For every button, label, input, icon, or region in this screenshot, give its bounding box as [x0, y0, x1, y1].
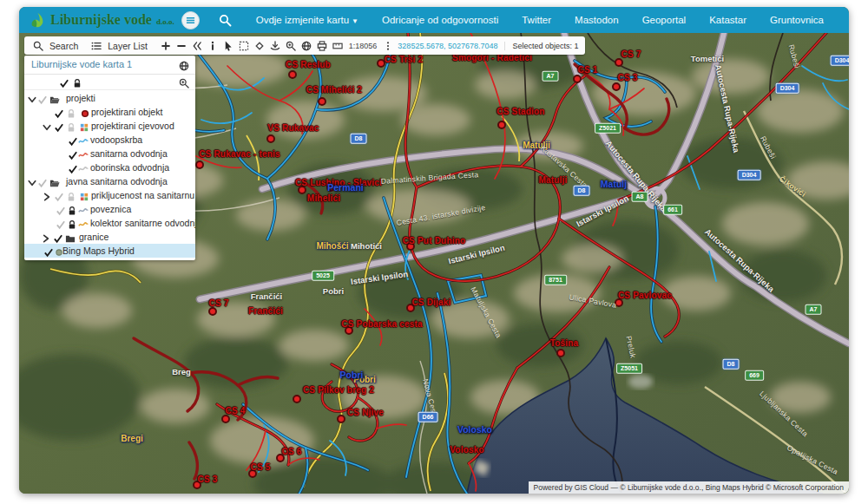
nav-item-3[interactable]: Twitter [522, 15, 551, 25]
station-point-marker[interactable] [612, 82, 621, 91]
diamond-icon[interactable] [252, 38, 267, 53]
nav-item-7[interactable]: Gruntovnica [770, 15, 824, 25]
zoom-box-icon[interactable] [283, 38, 299, 53]
check-icon[interactable] [54, 107, 64, 117]
lock-muted-icon[interactable] [66, 107, 76, 117]
brand-suffix: d.o.o. [156, 17, 174, 26]
lock-muted-icon[interactable] [66, 190, 76, 200]
map-label-cs: Volosko [450, 445, 484, 455]
station-point-marker[interactable] [293, 395, 301, 403]
station-point-marker[interactable] [266, 134, 275, 143]
layer-row[interactable]: prikljucenost na sanitarnu odvodnju [24, 188, 195, 202]
zoom-to-layer-icon[interactable] [179, 76, 189, 87]
brand[interactable]: Liburnijske vode d.o.o. [30, 12, 174, 29]
station-point-marker[interactable] [337, 415, 345, 423]
station-point-marker[interactable] [615, 58, 623, 67]
station-point-marker[interactable] [298, 186, 306, 194]
check-icon[interactable] [68, 162, 78, 173]
map-label: Tometići [691, 54, 724, 63]
selected-objects-badge: Selected objects: 1 [504, 42, 578, 50]
chevron-right-icon[interactable] [41, 232, 51, 242]
folder-icon[interactable] [65, 232, 76, 242]
station-point-marker[interactable] [221, 415, 230, 423]
globe-icon[interactable] [179, 59, 189, 69]
chevron-down-icon[interactable] [27, 93, 37, 103]
check-icon[interactable] [54, 121, 64, 131]
lock-column-icon[interactable] [72, 76, 82, 87]
station-point-marker[interactable] [318, 97, 326, 106]
check-icon[interactable] [53, 232, 63, 242]
layer-row[interactable]: javna sanitarna odvodnja [24, 174, 195, 188]
station-point-marker[interactable] [208, 307, 217, 316]
check-icon[interactable] [43, 245, 54, 256]
lock-icon[interactable] [67, 204, 77, 214]
station-point-marker[interactable] [497, 121, 506, 129]
line-orange-icon[interactable] [78, 218, 89, 228]
station-point-marker[interactable] [288, 70, 297, 79]
chevron-down-icon[interactable] [42, 121, 52, 131]
globe-icon[interactable] [299, 38, 314, 53]
grid-icon[interactable] [79, 121, 89, 131]
measure-icon[interactable] [330, 38, 345, 53]
check-icon[interactable] [68, 148, 78, 159]
info-icon[interactable] [205, 38, 220, 53]
map-canvas[interactable]: CS ReslubCS Trsi 2Šmogori - RadetićiCS M… [19, 33, 849, 494]
line-gray2-icon[interactable] [78, 204, 89, 214]
point-red-icon[interactable] [80, 107, 90, 117]
layer-row[interactable]: projekti [24, 91, 195, 105]
collapse-left-icon[interactable] [189, 38, 205, 53]
layer-row[interactable]: oborinska odvodnja [24, 160, 195, 174]
nav-item-5[interactable]: Geoportal [642, 15, 687, 25]
nav-item-4[interactable]: Mastodon [575, 15, 619, 25]
cursor-coordinates: 328525.5678, 5027678.7048 [398, 42, 497, 50]
layer-row[interactable]: vodoopskrba [24, 133, 195, 147]
road-shield: D8 [351, 134, 367, 144]
station-point-marker[interactable] [195, 160, 204, 169]
check-muted-icon[interactable] [37, 176, 48, 187]
station-point-marker[interactable] [573, 75, 582, 83]
folder-open-icon[interactable] [49, 176, 60, 187]
layer-row[interactable]: projektirani objekt [24, 105, 195, 119]
minus-icon[interactable] [174, 38, 189, 53]
header-search-icon[interactable] [219, 14, 232, 27]
line-blue-icon[interactable] [78, 134, 89, 145]
road-shield: 661 [663, 205, 682, 215]
export-icon[interactable] [267, 38, 283, 53]
lock-muted-icon[interactable] [66, 121, 76, 131]
check-muted-icon[interactable] [54, 190, 64, 200]
chevron-down-icon[interactable] [27, 176, 37, 187]
folder-open-icon[interactable] [49, 93, 60, 103]
print-icon[interactable] [314, 38, 330, 53]
nav-item-6[interactable]: Katastar [709, 15, 746, 25]
map-label-cs: Tošina [550, 338, 579, 348]
pointer-icon[interactable] [220, 38, 236, 53]
search-button[interactable]: Search [30, 38, 80, 53]
layer-row[interactable]: granice [24, 230, 195, 244]
check-icon[interactable] [68, 134, 78, 145]
kebab-menu-icon[interactable] [380, 38, 396, 53]
user-badge-button[interactable] [181, 11, 200, 29]
layer-row[interactable]: poveznica [24, 202, 195, 216]
layer-list-button[interactable]: Layer List [89, 38, 149, 53]
layer-row[interactable]: sanitarna odvodnja [24, 147, 195, 160]
station-point-marker[interactable] [556, 349, 565, 357]
select-box-icon[interactable] [236, 38, 252, 53]
check-muted-icon[interactable] [56, 218, 66, 228]
map-label-cs: CS 3 [617, 73, 637, 82]
layer-row[interactable]: kolektor sanitarne odvodnje [24, 216, 195, 230]
line-gray-icon[interactable] [78, 162, 89, 173]
visibility-column-icon[interactable] [59, 76, 69, 87]
check-muted-icon[interactable] [56, 204, 66, 214]
nav-item-1[interactable]: Ovdje izmjenite kartu▼ [256, 15, 358, 25]
plus-icon[interactable] [158, 38, 174, 53]
check-muted-icon[interactable] [37, 93, 48, 103]
nav-item-2[interactable]: Odricanje od odgovornosti [382, 15, 498, 25]
map-label: Pobri [323, 286, 344, 296]
layer-row[interactable]: projektirani cjevovod [24, 119, 195, 133]
line-red-icon[interactable] [78, 148, 89, 159]
lock-icon[interactable] [67, 218, 77, 228]
map-scale[interactable]: 1:18056 [349, 42, 378, 50]
grid-icon[interactable] [79, 190, 89, 200]
chevron-right-icon[interactable] [42, 190, 52, 200]
layer-row[interactable]: Bing Maps Hybrid [24, 244, 195, 258]
